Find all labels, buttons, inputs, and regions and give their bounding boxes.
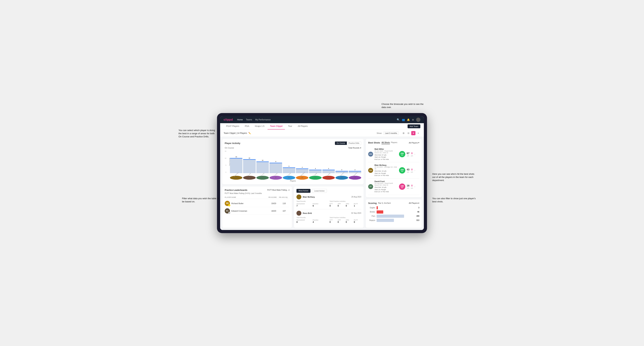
y-label-15: 15 [225,151,226,152]
bar-group-3: 10 [256,160,269,173]
scoring-val-birdies: 96 [418,211,419,213]
plus-circle-icon[interactable]: ⊕ [412,118,414,121]
scoring-bar-wrap-bogeys [376,219,414,222]
shot-entry-2[interactable]: BM Blair McHarg 23 Jul 2023 · Ashridge G… [368,162,419,178]
shot-player-name-3: David Ford [374,180,398,182]
total-practice-section-2: Total Practice Activities GTT 0 APP [330,217,361,223]
tablet-screen: clippd Home Teams My Performance 🔍 👥 🔔 ⊕… [220,116,424,230]
shots-toggle: All Shots Players [382,141,397,144]
course-practice-toggle: On Course Practice Drills [335,141,361,145]
shot-entry-3[interactable]: DF David Ford 24 Aug 2023 · Royal North … [368,178,419,195]
shot-stat-zero-3: 0 yds [411,184,413,189]
bar-4 [270,163,282,173]
view-grid4-button[interactable]: ⊞ [402,131,406,135]
player-name-2: Edward Crossman [231,210,247,212]
team-header: Team Clippd | 14 Players ✏️ Show: Last 3… [220,130,424,137]
shot-badge-2: 200 SG [399,167,405,173]
scoring-players-filter[interactable]: All Players ▾ [409,202,419,204]
pb-score-2: 18/20 [268,210,279,212]
all-shots-tab[interactable]: All Shots [382,141,390,144]
leaderboard-header: Practice Leaderboards PUTT Must Make Put… [225,189,290,191]
nav-links: Home Teams My Performance [237,119,392,121]
activity-name-1: Blair McHarg [303,196,315,198]
tab-all-players[interactable]: All Players [295,123,310,130]
players-tab[interactable]: Players [391,141,398,144]
scoring-row-eagles: Eagles 3 [368,206,419,209]
practice-drills-toggle[interactable]: Practice Drills [347,142,361,145]
table-header: PLAYER NAME PB SCORE PB AVG SQ [225,196,290,199]
top-nav: clippd Home Teams My Performance 🔍 👥 🔔 ⊕ [220,116,424,123]
tab-tour[interactable]: Tour [286,123,294,130]
player-avatar-crossman: EC 2 [225,208,230,213]
avatar[interactable] [416,118,420,122]
shot-stats-2: 43 yds 0 yds [407,168,413,173]
shot-detail-2: Shot Dist: 43 yds Start Lie: Rough End L… [374,170,398,177]
shot-chevron-2[interactable]: › [414,169,419,172]
scoring-label-birdies: Birdies [368,211,375,213]
rank-badge-1: 1 [228,204,230,206]
y-axis: 15 10 5 0 [225,151,227,173]
view-grid9-button[interactable]: ⊟ [406,131,410,135]
shot-player-info-1: Matt Miller 09 Jun 2023 · Royal North De… [374,148,398,161]
view-list-button[interactable]: ≡ [416,131,420,135]
nav-link-home[interactable]: Home [237,119,243,121]
add-team-button[interactable]: Add Team [408,124,420,128]
view-icons: ⊞ ⊟ ♥ ≡ [402,131,420,135]
x-axis-label: Players [225,180,361,182]
tab-hcaps[interactable]: Hcaps 1-5 [252,123,267,130]
scoring-par-filter[interactable]: Par 3, 4 & 5s ▾ [378,202,390,204]
leaderboard-row-2[interactable]: EC 2 Edward Crossman 18/20 107 [225,207,290,215]
all-players-dropdown[interactable]: All Players ▾ [409,142,419,144]
shot-entry-1[interactable]: MM Matt Miller 09 Jun 2023 · Royal North… [368,146,419,163]
y-label-10: 10 [225,158,226,159]
tab-pga[interactable]: PGA [242,123,252,130]
show-timescale-select[interactable]: Last 3 months [384,131,399,135]
total-practice-label-1: Total Practice Activities [330,200,361,202]
search-icon[interactable]: 🔍 [397,118,400,121]
shot-stat-dist-1: 67 yds [407,152,410,157]
drill-dropdown[interactable]: PUTT Must Make Putting... ▾ [267,189,290,191]
activity-player-row-2: RB Rees Britt 02 Sep 2023 Total Rounds [296,211,361,223]
shot-player-name-1: Matt Miller [374,148,398,150]
bottom-row: Practice Leaderboards PUTT Must Make Put… [222,186,364,228]
scoring-val-eagles: 3 [418,207,419,209]
scoring-label-bogeys: Bogeys [368,219,375,221]
nav-link-performance[interactable]: My Performance [255,119,270,121]
col-pb-avg: PB AVG SQ [279,196,290,198]
view-heart-button[interactable]: ♥ [411,131,416,135]
player-activity-card: Player Activity On Course Practice Drill… [222,139,364,184]
least-active-tab[interactable]: Least Active [312,189,327,193]
activity-player-header-1: BM Blair McHarg 26 Aug 2023 [296,194,361,199]
most-active-tab[interactable]: Most Active [296,189,310,193]
leaderboard-row-1[interactable]: RB 1 Richard Butler 19/20 110 [225,200,290,207]
total-rounds-cols-1: Tournament 7 Practice 6 [296,203,328,207]
on-course-label: On Course [225,147,234,149]
shot-detail-1: Shot Dist: 67 yds Start Lie: Rough End L… [374,154,398,161]
edit-icon[interactable]: ✏️ [248,132,251,134]
users-icon[interactable]: 👥 [402,118,405,121]
best-shots-header: Best Shots All Shots Players All Players… [368,141,419,144]
bell-icon[interactable]: 🔔 [407,118,410,121]
nav-link-teams[interactable]: Teams [246,119,252,121]
tab-team-clippd[interactable]: Team Clippd [268,123,285,130]
practice-leaderboards-card: Practice Leaderboards PUTT Must Make Put… [222,186,292,228]
total-practice-section-1: Total Practice Activities GTT 0 APP [330,200,361,207]
tournament-col-1: Tournament 7 [296,203,312,207]
page-wrapper: Choose the timescale you wish to see the… [217,113,427,233]
activity-player-info-2: RB Rees Britt [296,211,312,216]
pb-avg-1: 110 [279,202,290,204]
scoring-bar-wrap-birdies [376,210,415,213]
tablet-frame: clippd Home Teams My Performance 🔍 👥 🔔 ⊕… [217,113,427,233]
shot-chevron-1[interactable]: › [414,153,419,156]
tournament-col-2: Tournament 8 [296,219,312,223]
nav-icons: 🔍 👥 🔔 ⊕ [397,118,420,122]
shot-chevron-3[interactable]: › [414,185,419,188]
total-rounds-dropdown[interactable]: Total Rounds ▾ [348,147,361,149]
on-course-toggle[interactable]: On Course [335,142,347,145]
team-name: Team Clippd | 14 Players [224,132,247,134]
tab-pgat-players[interactable]: PGAT Players [224,123,242,130]
activity-avatar-1: BM [296,194,301,199]
col-player-name: PLAYER NAME [225,196,268,198]
bar-group-4: 9 [270,161,282,173]
show-label: Show: [376,132,382,134]
